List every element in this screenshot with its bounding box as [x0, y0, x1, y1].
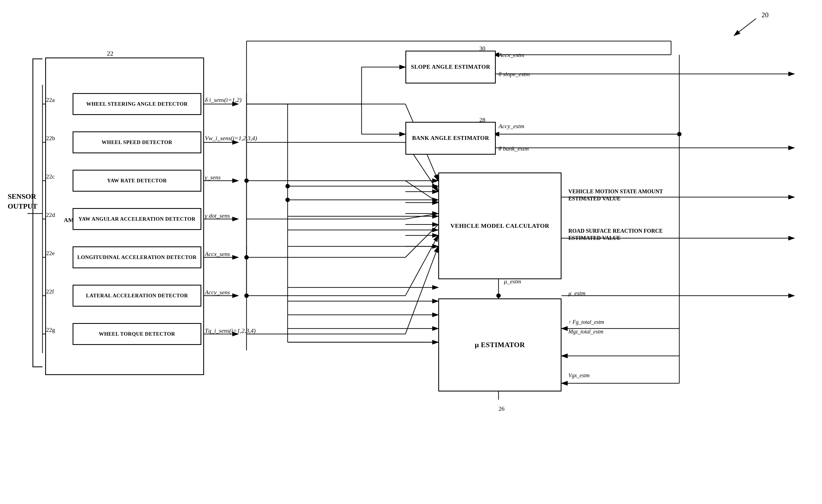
yaw-rate-box: YAW RATE DETECTOR	[73, 170, 201, 192]
vehicle-motion-label: VEHICLE MOTION STATE AMOUNT ESTIMATED VA…	[568, 188, 678, 202]
svg-line-82	[734, 19, 756, 36]
theta-bank-label: θ bank_estm	[498, 145, 529, 152]
vehicle-model-box: VEHICLE MODEL CALCULATOR	[438, 172, 561, 279]
yaw-angular-box: YAW ANGULAR ACCELERATION DETECTOR	[73, 208, 201, 230]
svg-line-44	[405, 235, 438, 296]
vw-i-label: Vw_i_sens(i=1,2,3,4)	[205, 135, 257, 142]
sensor-output-label: SENSOR OUTPUT	[8, 192, 32, 212]
accx-sens-label: Accx_sens	[205, 250, 230, 258]
road-surface-label: ROAD SURFACE REACTION FORCE ESTIMATED VA…	[568, 227, 678, 241]
mu-estm-output-label: μ_estm	[568, 290, 585, 297]
longitudinal-box: LONGITUDINAL ACCELERATION DETECTOR	[73, 246, 201, 268]
accy-sens-label: Accy_sens	[205, 289, 230, 296]
theta-slope-label: θ slope_estm	[498, 71, 530, 78]
ref-22a: 22a	[46, 96, 55, 103]
ref-22d: 22d	[46, 211, 55, 218]
gamma-sens-label: γ_sens	[205, 174, 221, 181]
ref-22e: 22e	[46, 250, 55, 257]
wheel-steering-box: WHEEL STEERING ANGLE DETECTOR	[73, 93, 201, 115]
ref-22g: 22g	[46, 326, 55, 333]
ref-20: 20	[762, 11, 769, 19]
gamma-dot-label: γ dot_sens	[205, 212, 230, 219]
wheel-speed-box: WHEEL SPEED DETECTOR	[73, 131, 201, 153]
svg-point-60	[286, 198, 290, 202]
ref-22: 22	[107, 50, 113, 57]
mgz-total-label: Mgz_total_estm	[568, 329, 603, 335]
svg-line-45	[405, 246, 438, 334]
mu-estm-label: μ_estm	[504, 278, 521, 285]
ref-22c: 22c	[46, 173, 55, 180]
wheel-torque-box: WHEEL TORQUE DETECTOR	[73, 323, 201, 345]
svg-point-81	[496, 293, 501, 298]
accx-estm-label: Accx_estm	[498, 51, 524, 59]
delta-i-label: δ i_sens(i=1,2)	[205, 96, 242, 103]
ref-22b: 22b	[46, 135, 55, 142]
accy-estm-label: Accy_estm	[498, 123, 524, 130]
bank-angle-box: BANK ANGLE ESTIMATOR	[405, 122, 496, 155]
lateral-box: LATERAL ACCELERATION DETECTOR	[73, 285, 201, 307]
fg-total-label: ↑ Fg_total_estm	[568, 319, 604, 325]
svg-line-43	[405, 224, 438, 257]
tq-i-label: Tq_i_sens(i=1,2,3,4)	[205, 327, 256, 334]
svg-point-59	[286, 184, 290, 188]
ref-26: 26	[498, 405, 504, 412]
mu-estimator-box: μ ESTIMATOR	[438, 298, 561, 391]
vgx-estm-label: Vgx_estm	[568, 372, 590, 379]
slope-angle-box: SLOPE ANGLE ESTIMATOR	[405, 51, 496, 83]
ref-22f: 22f	[46, 288, 54, 295]
